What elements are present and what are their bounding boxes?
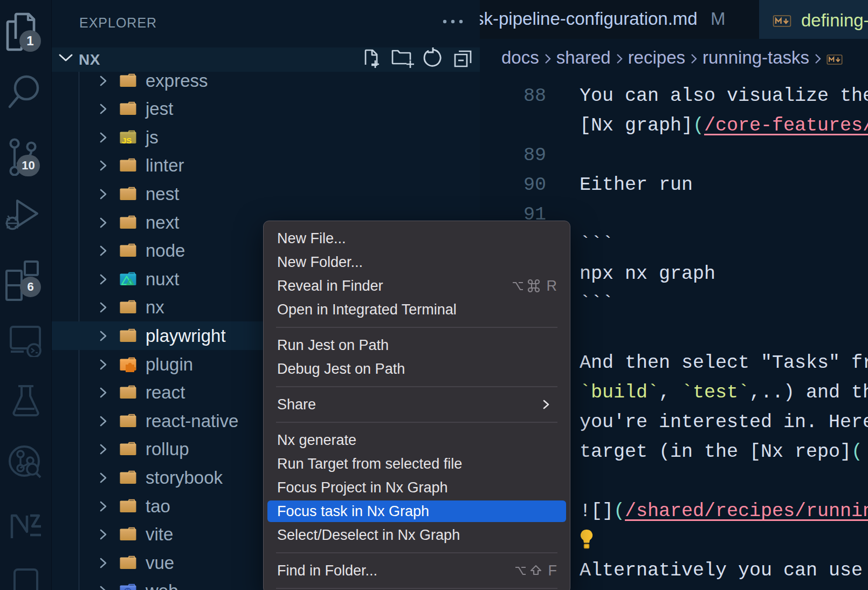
svg-text:JS: JS <box>122 136 132 145</box>
